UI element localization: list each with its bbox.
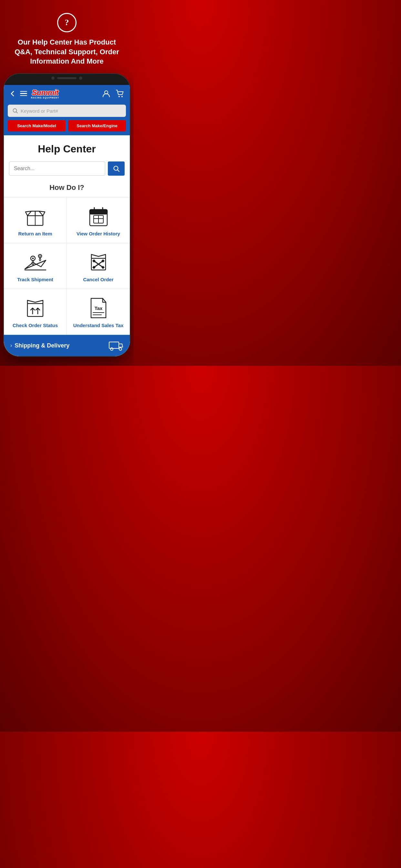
search-btn-icon: [113, 165, 120, 172]
search-bar[interactable]: Keyword or Part#: [8, 104, 126, 117]
phone-top-bar: [4, 74, 130, 85]
svg-rect-12: [90, 210, 107, 214]
shipping-chevron-icon: ›: [10, 343, 12, 348]
svg-point-39: [119, 348, 122, 350]
hamburger-line: [20, 93, 27, 94]
phone-notch: [41, 74, 93, 82]
svg-marker-18: [25, 260, 46, 269]
grid-cell-track[interactable]: Track Shipment: [4, 243, 67, 289]
search-placeholder-text: Keyword or Part#: [21, 108, 58, 114]
search-icon: [12, 108, 18, 114]
truck-icon: [109, 340, 123, 351]
return-item-icon: [22, 205, 48, 228]
hamburger-icon[interactable]: [20, 91, 27, 96]
app-navbar: Summit RACING EQUIPMENT: [4, 85, 130, 102]
svg-line-7: [118, 170, 119, 172]
sales-tax-label: Understand Sales Tax: [73, 322, 124, 328]
nav-left: Summit RACING EQUIPMENT: [9, 88, 59, 99]
search-make-model-button[interactable]: Search Make/Model: [8, 120, 66, 131]
grid-cell-return[interactable]: Return an Item: [4, 197, 67, 243]
notch-speaker: [57, 77, 76, 79]
track-shipment-label: Track Shipment: [17, 277, 53, 282]
svg-text:Tax: Tax: [94, 306, 102, 311]
hero-tagline: Our Help Center Has Product Q&A, Technic…: [12, 37, 122, 66]
svg-text:?: ?: [65, 18, 69, 27]
phone-content: Summit RACING EQUIPMENT: [4, 85, 130, 356]
order-history-icon: [86, 205, 112, 228]
svg-point-2: [119, 96, 120, 97]
svg-point-23: [39, 255, 41, 257]
svg-point-4: [13, 109, 17, 113]
cart-icon[interactable]: [116, 89, 125, 98]
svg-point-3: [121, 96, 123, 97]
phone-frame: Summit RACING EQUIPMENT: [4, 74, 130, 356]
help-center-title: Help Center: [4, 135, 130, 160]
how-do-i-title: How Do I?: [4, 182, 130, 197]
help-search-input[interactable]: [9, 161, 105, 176]
help-grid: Return an Item: [4, 197, 130, 335]
help-search-row: [4, 160, 130, 182]
grid-cell-order-history[interactable]: View Order History: [67, 197, 130, 243]
main-content: Help Center How Do I?: [4, 135, 130, 356]
hamburger-line: [20, 91, 27, 92]
logo-subtext: RACING EQUIPMENT: [31, 97, 59, 99]
svg-rect-37: [109, 342, 119, 348]
grid-cell-status[interactable]: Check Order Status: [4, 289, 67, 335]
logo-text: Summit: [32, 88, 58, 97]
notch-camera-2: [79, 76, 82, 80]
shipping-bar-left: › Shipping & Delivery: [10, 342, 69, 349]
summit-logo[interactable]: Summit RACING EQUIPMENT: [31, 88, 59, 99]
search-bar-container: Keyword or Part#: [4, 102, 130, 120]
track-shipment-icon: [22, 251, 48, 274]
order-history-label: View Order History: [76, 231, 120, 237]
shipping-delivery-bar[interactable]: › Shipping & Delivery: [4, 335, 130, 356]
notch-camera: [51, 76, 55, 80]
check-order-status-label: Check Order Status: [12, 322, 58, 328]
return-item-label: Return an Item: [18, 231, 52, 237]
svg-point-21: [32, 258, 34, 259]
search-make-engine-button[interactable]: Search Make/Engine: [68, 120, 126, 131]
back-icon[interactable]: [9, 90, 16, 97]
nav-right: [102, 89, 125, 98]
user-icon[interactable]: [102, 89, 111, 98]
hero-section: ? Our Help Center Has Product Q&A, Techn…: [12, 13, 122, 66]
shipping-label: Shipping & Delivery: [14, 342, 69, 349]
cancel-order-label: Cancel Order: [83, 277, 113, 282]
grid-cell-tax[interactable]: Tax Understand Sales Tax: [67, 289, 130, 335]
svg-rect-31: [27, 304, 43, 316]
sales-tax-icon: Tax: [86, 297, 112, 319]
hamburger-line: [20, 95, 27, 96]
help-icon-circle: ?: [57, 13, 76, 32]
svg-line-5: [17, 112, 18, 113]
grid-cell-cancel[interactable]: Cancel Order: [67, 243, 130, 289]
help-search-button[interactable]: [108, 161, 125, 176]
cancel-order-icon: [86, 251, 112, 274]
button-row: Search Make/Model Search Make/Engine: [4, 120, 130, 135]
check-order-status-icon: [22, 297, 48, 319]
